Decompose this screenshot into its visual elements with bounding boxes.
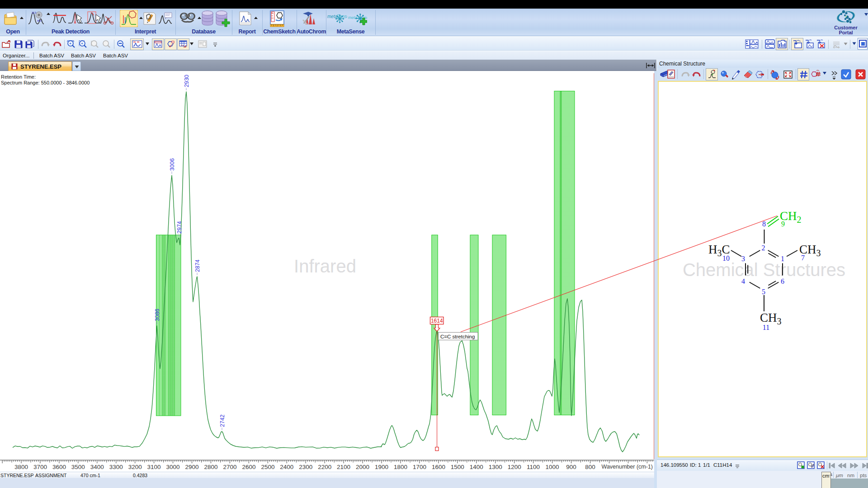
svg-text:2200: 2200 xyxy=(318,464,331,470)
svg-text:5: 5 xyxy=(762,288,765,296)
svg-text:Chemical Structures: Chemical Structures xyxy=(683,260,845,280)
svg-text:+: + xyxy=(81,42,83,45)
svg-text:1: 1 xyxy=(781,255,784,263)
svg-text:3086: 3086 xyxy=(154,309,160,321)
svg-text:1300: 1300 xyxy=(489,464,502,470)
svg-text:4: 4 xyxy=(741,277,745,285)
svg-text:3500: 3500 xyxy=(71,464,85,470)
svg-text:3: 3 xyxy=(741,255,745,263)
svg-text:2600: 2600 xyxy=(242,464,255,470)
svg-text:12.9: 12.9 xyxy=(32,11,36,14)
svg-text:3006: 3006 xyxy=(169,158,175,171)
svg-text:Retention Time:: Retention Time: xyxy=(1,74,36,80)
svg-text:3200: 3200 xyxy=(128,464,142,470)
svg-text:+: + xyxy=(70,42,71,45)
svg-text:CH3: CH3 xyxy=(760,311,782,326)
svg-text:1700: 1700 xyxy=(413,464,426,470)
svg-text:2300: 2300 xyxy=(299,464,312,470)
svg-text:3700: 3700 xyxy=(33,464,47,470)
svg-text:3000: 3000 xyxy=(166,464,180,470)
svg-text:3400: 3400 xyxy=(90,464,104,470)
svg-text:11: 11 xyxy=(763,324,769,331)
svg-text:CH3: CH3 xyxy=(799,243,821,258)
svg-text:Wavenumber (cm-1): Wavenumber (cm-1) xyxy=(602,464,653,470)
svg-text:1100: 1100 xyxy=(527,464,540,470)
svg-text:2: 2 xyxy=(762,244,765,252)
svg-text:2742: 2742 xyxy=(219,414,226,427)
svg-text:2400: 2400 xyxy=(280,464,293,470)
svg-text:1600: 1600 xyxy=(432,464,445,470)
svg-text:2900: 2900 xyxy=(185,464,199,470)
svg-text:3600: 3600 xyxy=(52,464,66,470)
svg-text:1000: 1000 xyxy=(546,464,559,470)
svg-text:900: 900 xyxy=(566,464,576,470)
svg-text:1800: 1800 xyxy=(394,464,407,470)
svg-text:2100: 2100 xyxy=(337,464,350,470)
svg-text:M: M xyxy=(271,11,273,14)
svg-text:3800: 3800 xyxy=(14,464,28,470)
svg-text:1900: 1900 xyxy=(375,464,388,470)
svg-text:1200: 1200 xyxy=(508,464,521,470)
svg-text:1400: 1400 xyxy=(470,464,483,470)
svg-text:H3C: H3C xyxy=(708,243,730,258)
svg-text:800: 800 xyxy=(585,464,595,470)
svg-text:Spectrum Range: 550.0000 - 384: Spectrum Range: 550.0000 - 3846.0000 xyxy=(1,80,90,85)
svg-text:CH2: CH2 xyxy=(780,209,802,225)
svg-text:Infrared: Infrared xyxy=(294,256,356,276)
svg-text:2800: 2800 xyxy=(204,464,217,470)
svg-text:6: 6 xyxy=(781,277,784,285)
svg-text:2974: 2974 xyxy=(176,221,183,234)
svg-text:1500: 1500 xyxy=(451,464,464,470)
svg-text:3300: 3300 xyxy=(109,464,123,470)
svg-text:45.6: 45.6 xyxy=(37,19,42,22)
svg-text:3100: 3100 xyxy=(147,464,161,470)
svg-text:C=C stretching: C=C stretching xyxy=(440,334,475,339)
svg-text:8: 8 xyxy=(762,220,766,228)
svg-text:2930: 2930 xyxy=(184,75,190,87)
svg-text:1614: 1614 xyxy=(431,318,443,324)
svg-text:2874: 2874 xyxy=(194,259,201,272)
svg-text:2500: 2500 xyxy=(261,464,274,470)
svg-text:2000: 2000 xyxy=(356,464,369,470)
svg-text:2700: 2700 xyxy=(223,464,236,470)
